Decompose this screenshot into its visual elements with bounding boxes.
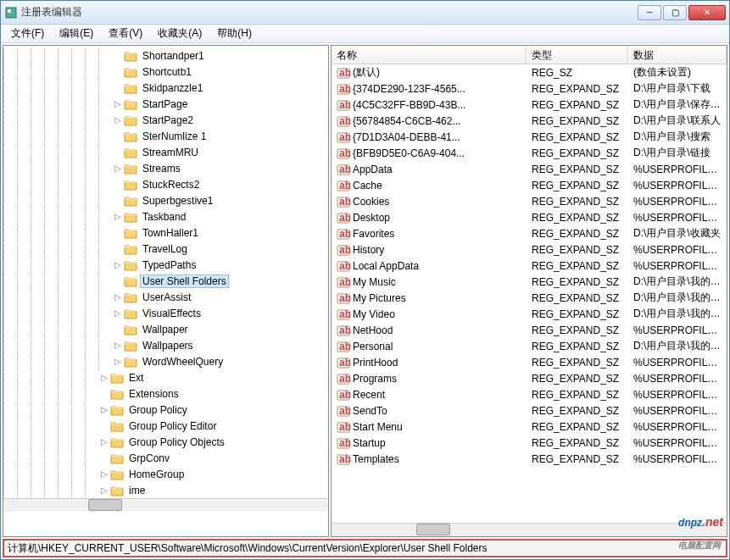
value-row[interactable]: abPrintHoodREG_EXPAND_SZ%USERPROFILE%\Ap… — [332, 354, 727, 370]
expand-icon[interactable]: ▷ — [112, 260, 124, 269]
string-icon: ab — [337, 243, 350, 257]
value-row[interactable]: ab{7D1D3A04-DEBB-41...REG_EXPAND_SZD:\用户… — [332, 129, 727, 145]
menu-item-2[interactable]: 查看(V) — [102, 25, 149, 42]
close-button[interactable]: ✕ — [688, 5, 726, 20]
tree-node[interactable]: StuckRects2 — [3, 176, 328, 192]
tree-hscroll[interactable] — [3, 498, 328, 512]
tree-node[interactable]: ▷TypedPaths — [3, 257, 328, 273]
tree-node[interactable]: ▷Wallpapers — [3, 337, 328, 353]
value-name: {56784854-C6CB-462... — [353, 115, 460, 127]
tree-node[interactable]: Skidpanzzle1 — [3, 80, 328, 96]
value-row[interactable]: abCacheREG_EXPAND_SZ%USERPROFILE%\AppDat… — [332, 177, 727, 193]
tree-node[interactable]: ▷Group Policy Objects — [3, 434, 328, 450]
tree-node[interactable]: Wallpaper — [3, 321, 328, 337]
expand-icon[interactable]: ▷ — [112, 99, 124, 108]
tree-node[interactable]: Shortandper1 — [3, 47, 328, 64]
menu-item-3[interactable]: 收藏夹(A) — [151, 25, 209, 42]
value-row[interactable]: abDesktopREG_EXPAND_SZ%USERPROFILE%\Desk… — [332, 209, 727, 225]
tree-node[interactable]: Shortcutb1 — [3, 64, 328, 80]
expand-icon[interactable]: ▷ — [112, 308, 124, 318]
expand-icon[interactable]: ▷ — [112, 292, 124, 302]
tree-node[interactable]: ▷Ext — [3, 369, 328, 385]
minimize-button[interactable]: ─ — [638, 5, 661, 20]
value-row[interactable]: ab{4C5C32FF-BB9D-43B...REG_EXPAND_SZD:\用… — [332, 97, 727, 113]
string-icon: ab — [337, 98, 350, 112]
value-row[interactable]: abRecentREG_EXPAND_SZ%USERPROFILE%\AppDa… — [332, 386, 727, 402]
string-icon: ab — [337, 275, 350, 289]
value-name: My Pictures — [353, 292, 406, 304]
value-row[interactable]: abMy VideoREG_EXPAND_SZD:\用户目录\我的视频 — [332, 306, 727, 322]
tree-node[interactable]: ▷Group Policy — [3, 402, 328, 418]
tree-node[interactable]: ▷Streams — [3, 160, 328, 176]
value-row[interactable]: abStart MenuREG_EXPAND_SZ%USERPROFILE%\A… — [332, 419, 727, 435]
value-row[interactable]: ab(默认)REG_SZ(数值未设置) — [332, 64, 727, 80]
expand-icon[interactable]: ▷ — [98, 373, 110, 382]
tree-node[interactable]: SterNumlize 1 — [3, 128, 328, 144]
svg-text:ab: ab — [339, 164, 350, 175]
value-row[interactable]: abTemplatesREG_EXPAND_SZ%USERPROFILE%\Ap… — [332, 451, 727, 467]
tree-node[interactable]: ▷HomeGroup — [3, 466, 328, 482]
folder-icon — [124, 50, 137, 62]
menu-item-4[interactable]: 帮助(H) — [210, 25, 259, 42]
list-body[interactable]: ab(默认)REG_SZ(数值未设置)ab{374DE290-123F-4565… — [332, 64, 727, 523]
tree-node[interactable]: ▷WordWheelQuery — [3, 353, 328, 369]
svg-text:ab: ab — [339, 115, 350, 127]
folder-icon — [124, 324, 137, 335]
value-row[interactable]: ab{BFB9D5E0-C6A9-404...REG_EXPAND_SZD:\用… — [332, 145, 727, 161]
folder-icon — [110, 469, 124, 480]
menu-item-1[interactable]: 编辑(E) — [53, 25, 100, 42]
value-row[interactable]: abCookiesREG_EXPAND_SZ%USERPROFILE%\AppD… — [332, 193, 727, 209]
value-row[interactable]: abProgramsREG_EXPAND_SZ%USERPROFILE%\App… — [332, 370, 727, 386]
value-name: Start Menu — [353, 421, 403, 433]
col-header-type[interactable]: 类型 — [527, 46, 628, 64]
tree-node[interactable]: TownHaller1 — [3, 225, 328, 241]
list-hscroll[interactable] — [332, 523, 727, 536]
tree-node[interactable]: ▷StartPage2 — [3, 112, 328, 128]
folder-icon — [124, 259, 137, 271]
expand-icon[interactable]: ▷ — [98, 469, 110, 479]
expand-icon[interactable]: ▷ — [112, 341, 124, 350]
expand-icon[interactable]: ▷ — [98, 485, 110, 495]
expand-icon[interactable]: ▷ — [98, 405, 110, 414]
value-row[interactable]: abPersonalREG_EXPAND_SZD:\用户目录\我的文档 — [332, 338, 727, 354]
tree-node[interactable]: Superbgestive1 — [3, 192, 328, 208]
value-row[interactable]: abNetHoodREG_EXPAND_SZ%USERPROFILE%\AppD… — [332, 322, 727, 338]
titlebar[interactable]: 注册表编辑器 ─ ▢ ✕ — [1, 1, 729, 25]
expand-icon[interactable]: ▷ — [112, 357, 124, 366]
tree-node[interactable]: StreamMRU — [3, 144, 328, 160]
value-row[interactable]: abMy MusicREG_EXPAND_SZD:\用户目录\我的音乐 — [332, 274, 727, 290]
tree-node[interactable]: Extensions — [3, 385, 328, 402]
value-row[interactable]: abMy PicturesREG_EXPAND_SZD:\用户目录\我的图片 — [332, 290, 727, 306]
menu-item-0[interactable]: 文件(F) — [4, 25, 51, 42]
tree-node[interactable]: TravelLog — [3, 241, 328, 257]
tree-node[interactable]: User Shell Folders — [3, 273, 328, 289]
value-row[interactable]: abHistoryREG_EXPAND_SZ%USERPROFILE%\AppD… — [332, 241, 727, 258]
folder-icon — [110, 436, 124, 448]
value-row[interactable]: abStartupREG_EXPAND_SZ%USERPROFILE%\AppD… — [332, 435, 727, 451]
tree-node[interactable]: ▷VisualEffects — [3, 305, 328, 321]
col-header-data[interactable]: 数据 — [628, 46, 727, 64]
col-header-name[interactable]: 名称 — [332, 46, 527, 64]
folder-icon — [124, 179, 137, 191]
expand-icon[interactable]: ▷ — [98, 437, 110, 446]
tree-pane[interactable]: Shortandper1Shortcutb1Skidpanzzle1▷Start… — [3, 45, 329, 537]
value-row[interactable]: ab{56784854-C6CB-462...REG_EXPAND_SZD:\用… — [332, 113, 727, 129]
tree-node[interactable]: Group Policy Editor — [3, 418, 328, 434]
expand-icon[interactable]: ▷ — [112, 115, 124, 125]
expand-icon[interactable]: ▷ — [112, 164, 124, 173]
value-row[interactable]: abAppDataREG_EXPAND_SZ%USERPROFILE%\AppD… — [332, 161, 727, 177]
tree-node[interactable]: ▷ime — [3, 482, 328, 498]
tree-node[interactable]: ▷UserAssist — [3, 289, 328, 305]
value-row[interactable]: abFavoritesREG_EXPAND_SZD:\用户目录\收藏夹 — [332, 225, 727, 241]
value-row[interactable]: ab{374DE290-123F-4565...REG_EXPAND_SZD:\… — [332, 80, 727, 97]
string-icon: ab — [337, 452, 350, 466]
value-name: {4C5C32FF-BB9D-43B... — [353, 99, 465, 111]
value-row[interactable]: abLocal AppDataREG_EXPAND_SZ%USERPROFILE… — [332, 258, 727, 274]
tree-node[interactable]: GrpConv — [3, 450, 328, 466]
tree-node[interactable]: ▷Taskband — [3, 208, 328, 225]
value-row[interactable]: abSendToREG_EXPAND_SZ%USERPROFILE%\AppDa… — [332, 402, 727, 419]
maximize-button[interactable]: ▢ — [663, 5, 687, 20]
tree-node[interactable]: ▷StartPage — [3, 96, 328, 112]
expand-icon[interactable]: ▷ — [112, 212, 124, 221]
value-type: REG_EXPAND_SZ — [527, 83, 628, 95]
